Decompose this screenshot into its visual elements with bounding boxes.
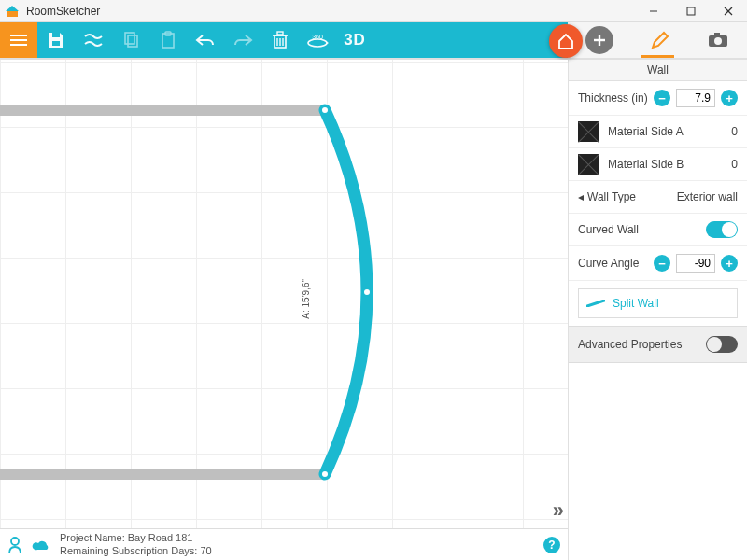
- wall-node-top[interactable]: [320, 105, 330, 115]
- drawing-canvas[interactable]: A: 15'9,6" »: [0, 60, 568, 528]
- curved-wall-row: Curved Wall: [569, 214, 747, 246]
- wall-type-value: Exterior wall: [677, 190, 738, 203]
- split-wall-button[interactable]: Split Wall: [578, 288, 738, 318]
- delete-icon[interactable]: [267, 27, 293, 53]
- thickness-label: Thickness (in): [578, 91, 648, 105]
- thickness-row: Thickness (in) − +: [569, 81, 747, 116]
- home-mode-icon[interactable]: [549, 24, 583, 58]
- cloud-icon[interactable]: [32, 539, 50, 552]
- svg-rect-10: [52, 41, 60, 46]
- svg-text:360: 360: [312, 34, 323, 40]
- help-button[interactable]: ?: [543, 537, 560, 553]
- toolbar-mode-tabs: [568, 22, 747, 58]
- main-toolbar: 360 3D: [0, 22, 747, 60]
- project-name-text: Project Name: Bay Road 181: [60, 532, 212, 545]
- subscription-text: Remaining Subscription Days: 70: [60, 545, 212, 558]
- menu-button[interactable]: [0, 22, 37, 58]
- advanced-properties-row[interactable]: Advanced Properties: [569, 326, 747, 363]
- svg-rect-11: [125, 33, 134, 44]
- toolbar-actions: 360 3D: [37, 22, 568, 58]
- camera-mode-icon[interactable]: [707, 32, 729, 49]
- curved-wall-toggle[interactable]: [706, 221, 738, 238]
- advanced-properties-toggle[interactable]: [706, 336, 738, 353]
- window-maximize-button[interactable]: [672, 0, 710, 22]
- window-titlebar: RoomSketcher: [0, 0, 747, 22]
- wall-type-label: Wall Type: [587, 190, 636, 203]
- svg-rect-28: [714, 33, 720, 36]
- wall-type-back-icon: ◂: [578, 190, 584, 203]
- svg-line-30: [587, 301, 604, 306]
- paste-icon[interactable]: [155, 27, 181, 53]
- undo-icon[interactable]: [192, 27, 218, 53]
- thickness-increase-button[interactable]: +: [721, 90, 738, 106]
- status-bar: Project Name: Bay Road 181 Remaining Sub…: [0, 528, 568, 560]
- svg-marker-1: [6, 6, 19, 11]
- curve-angle-increase-button[interactable]: +: [721, 255, 738, 272]
- add-button[interactable]: [585, 26, 613, 54]
- svg-rect-0: [7, 10, 18, 17]
- thickness-input[interactable]: [676, 89, 715, 107]
- curved-wall[interactable]: [0, 60, 568, 528]
- expand-chevrons-icon[interactable]: »: [553, 498, 558, 523]
- wall-type-row[interactable]: ◂ Wall Type Exterior wall: [569, 181, 747, 214]
- user-icon[interactable]: [7, 537, 22, 553]
- app-title: RoomSketcher: [24, 5, 635, 18]
- material-a-value: 0: [719, 125, 738, 138]
- svg-rect-12: [128, 35, 137, 47]
- levels-icon[interactable]: [80, 27, 106, 53]
- svg-rect-20: [277, 32, 283, 35]
- redo-icon[interactable]: [230, 27, 256, 53]
- svg-rect-9: [52, 33, 60, 37]
- rotate-360-icon[interactable]: 360: [304, 27, 331, 53]
- curved-wall-label: Curved Wall: [578, 223, 700, 236]
- wall-node-mid[interactable]: [362, 287, 372, 297]
- svg-point-29: [11, 538, 19, 545]
- split-wall-label: Split Wall: [613, 297, 659, 310]
- svg-point-21: [308, 39, 327, 47]
- svg-marker-23: [326, 41, 329, 45]
- curve-angle-decrease-button[interactable]: −: [654, 255, 670, 272]
- edit-mode-icon[interactable]: [650, 30, 670, 50]
- save-icon[interactable]: [43, 27, 69, 53]
- svg-point-27: [714, 37, 722, 45]
- copy-icon[interactable]: [118, 27, 144, 53]
- advanced-properties-label: Advanced Properties: [578, 338, 682, 351]
- material-b-value: 0: [719, 158, 738, 171]
- window-close-button[interactable]: [710, 0, 747, 22]
- panel-title: Wall: [569, 60, 747, 81]
- material-b-row[interactable]: Material Side B 0: [569, 148, 747, 181]
- dimension-label: A: 15'9,6": [301, 279, 311, 319]
- svg-rect-3: [687, 7, 695, 15]
- split-wall-icon: [586, 300, 605, 307]
- active-tab-indicator: [641, 55, 674, 58]
- material-a-row[interactable]: Material Side A 0: [569, 116, 747, 148]
- material-a-swatch[interactable]: [578, 121, 599, 142]
- material-a-label: Material Side A: [608, 125, 710, 138]
- window-minimize-button[interactable]: [635, 0, 672, 22]
- curve-angle-row: Curve Angle − +: [569, 246, 747, 281]
- 3d-button[interactable]: 3D: [342, 27, 368, 53]
- properties-panel: Wall Thickness (in) − + Material Side A …: [568, 60, 747, 560]
- thickness-decrease-button[interactable]: −: [654, 90, 670, 106]
- status-info: Project Name: Bay Road 181 Remaining Sub…: [60, 532, 212, 558]
- material-b-label: Material Side B: [608, 158, 710, 171]
- curve-angle-input[interactable]: [676, 254, 715, 273]
- material-b-swatch[interactable]: [578, 154, 599, 175]
- wall-node-bottom[interactable]: [320, 469, 330, 479]
- curve-angle-label: Curve Angle: [578, 257, 648, 270]
- app-icon: [4, 3, 21, 20]
